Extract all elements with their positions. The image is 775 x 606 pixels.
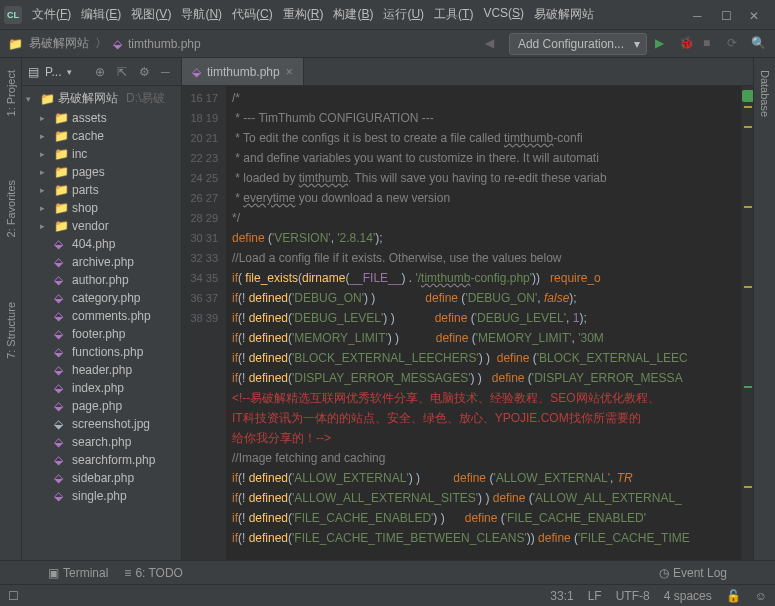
tab-timthumb[interactable]: ⬙ timthumb.php ×	[182, 58, 304, 85]
tree-item[interactable]: ⬙archive.php	[22, 253, 181, 271]
caret-position[interactable]: 33:1	[550, 589, 573, 603]
php-file-icon: ⬙	[192, 65, 201, 79]
update-icon[interactable]: ⟳	[727, 36, 743, 52]
tree-item[interactable]: ⬙sidebar.php	[22, 469, 181, 487]
menu-item[interactable]: 构建(B)	[329, 3, 377, 26]
tree-item[interactable]: ⬙author.php	[22, 271, 181, 289]
titlebar: CL 文件(F)编辑(E)视图(V)导航(N)代码(C)重构(R)构建(B)运行…	[0, 0, 775, 30]
breadcrumb-root[interactable]: 易破解网站	[29, 35, 89, 52]
back-icon[interactable]: ◀	[485, 36, 501, 52]
tree-item[interactable]: ⬙comments.php	[22, 307, 181, 325]
gutter-database[interactable]: Database	[757, 64, 773, 123]
navbar: 📁 易破解网站 〉 ⬙ timthumb.php ◀ Add Configura…	[0, 30, 775, 58]
tree-item[interactable]: ⬙functions.php	[22, 343, 181, 361]
tree-item[interactable]: ▸📁parts	[22, 181, 181, 199]
line-ending[interactable]: LF	[588, 589, 602, 603]
tool-window-bar: ▣Terminal ≡6: TODO ◷Event Log	[0, 560, 775, 584]
indent[interactable]: 4 spaces	[664, 589, 712, 603]
minimize-button[interactable]: ─	[693, 9, 705, 21]
project-icon: ▤	[28, 65, 39, 79]
search-icon[interactable]: 🔍	[751, 36, 767, 52]
todo-icon: ≡	[124, 566, 131, 580]
gutter-tab[interactable]: 1: Project	[3, 64, 19, 122]
folder-icon: 📁	[8, 37, 23, 51]
menubar: 文件(F)编辑(E)视图(V)导航(N)代码(C)重构(R)构建(B)运行(U)…	[28, 3, 693, 26]
gear-icon[interactable]: ⚙	[139, 65, 153, 79]
close-button[interactable]: ✕	[749, 9, 761, 21]
run-config-dropdown[interactable]: Add Configuration...	[509, 33, 647, 55]
gutter-tab[interactable]: 2: Favorites	[3, 174, 19, 243]
tree-item[interactable]: ▸📁shop	[22, 199, 181, 217]
menu-item[interactable]: VCS(S)	[479, 3, 528, 26]
tree-item[interactable]: ⬙index.php	[22, 379, 181, 397]
tree-item[interactable]: ⬙screenshot.jpg	[22, 415, 181, 433]
tree-item[interactable]: ⬙footer.php	[22, 325, 181, 343]
collapse-icon[interactable]: ⇱	[117, 65, 131, 79]
menu-item[interactable]: 代码(C)	[228, 3, 277, 26]
tree-item[interactable]: ▸📁vendor	[22, 217, 181, 235]
menu-item[interactable]: 易破解网站	[530, 3, 598, 26]
debug-icon[interactable]: 🐞	[679, 36, 695, 52]
run-icon[interactable]: ▶	[655, 36, 671, 52]
hector-icon[interactable]: ☺	[755, 589, 767, 603]
gutter-tab[interactable]: 7: Structure	[3, 296, 19, 365]
readonly-icon[interactable]: 🔓	[726, 589, 741, 603]
tool-window-toggle[interactable]: ☐	[8, 589, 19, 603]
tree-item[interactable]: ⬙searchform.php	[22, 451, 181, 469]
statusbar: ☐ 33:1 LF UTF-8 4 spaces 🔓 ☺	[0, 584, 775, 606]
menu-item[interactable]: 工具(T)	[430, 3, 477, 26]
app-logo: CL	[4, 6, 22, 24]
eventlog-button[interactable]: ◷Event Log	[659, 566, 727, 580]
tree-item[interactable]: ⬙single.php	[22, 487, 181, 505]
tree-item[interactable]: ⬙category.php	[22, 289, 181, 307]
tree-item[interactable]: ⬙page.php	[22, 397, 181, 415]
tree-item[interactable]: ▸📁assets	[22, 109, 181, 127]
editor-tabs: ⬙ timthumb.php ×	[182, 58, 753, 86]
maximize-button[interactable]: ☐	[721, 9, 733, 21]
terminal-icon: ▣	[48, 566, 59, 580]
project-tree: ▾📁易破解网站D:\易破▸📁assets▸📁cache▸📁inc▸📁pages▸…	[22, 86, 181, 560]
close-icon[interactable]: ×	[286, 65, 293, 79]
breadcrumb: 📁 易破解网站 〉 ⬙ timthumb.php	[8, 35, 485, 52]
php-file-icon: ⬙	[113, 37, 122, 51]
project-title[interactable]: P...	[45, 65, 61, 79]
scroll-markers	[741, 86, 753, 560]
tab-label: timthumb.php	[207, 65, 280, 79]
breadcrumb-file[interactable]: timthumb.php	[128, 37, 201, 51]
tree-item[interactable]: ▸📁inc	[22, 145, 181, 163]
code-content[interactable]: /* * --- TimThumb CONFIGURATION --- * To…	[226, 86, 741, 560]
menu-item[interactable]: 重构(R)	[279, 3, 328, 26]
analysis-ok-icon	[742, 90, 753, 102]
encoding[interactable]: UTF-8	[616, 589, 650, 603]
locate-icon[interactable]: ⊕	[95, 65, 109, 79]
hide-icon[interactable]: ─	[161, 65, 175, 79]
stop-icon[interactable]: ■	[703, 36, 719, 52]
tree-item[interactable]: ⬙404.php	[22, 235, 181, 253]
line-numbers: 16 17 18 19 20 21 22 23 24 25 26 27 28 2…	[182, 86, 226, 560]
menu-item[interactable]: 编辑(E)	[77, 3, 125, 26]
tree-item[interactable]: ▸📁pages	[22, 163, 181, 181]
right-gutter: Database	[753, 58, 775, 560]
left-gutter: 1: Project2: Favorites7: Structure	[0, 58, 22, 560]
eventlog-icon: ◷	[659, 566, 669, 580]
tree-item[interactable]: ▸📁cache	[22, 127, 181, 145]
menu-item[interactable]: 导航(N)	[177, 3, 226, 26]
todo-button[interactable]: ≡6: TODO	[124, 566, 183, 580]
terminal-button[interactable]: ▣Terminal	[48, 566, 108, 580]
menu-item[interactable]: 运行(U)	[379, 3, 428, 26]
project-panel: ▤ P... ▾ ⊕ ⇱ ⚙ ─ ▾📁易破解网站D:\易破▸📁assets▸📁c…	[22, 58, 182, 560]
menu-item[interactable]: 视图(V)	[127, 3, 175, 26]
menu-item[interactable]: 文件(F)	[28, 3, 75, 26]
tree-item[interactable]: ▾📁易破解网站D:\易破	[22, 88, 181, 109]
tree-item[interactable]: ⬙header.php	[22, 361, 181, 379]
tree-item[interactable]: ⬙search.php	[22, 433, 181, 451]
code-editor[interactable]: 16 17 18 19 20 21 22 23 24 25 26 27 28 2…	[182, 86, 753, 560]
